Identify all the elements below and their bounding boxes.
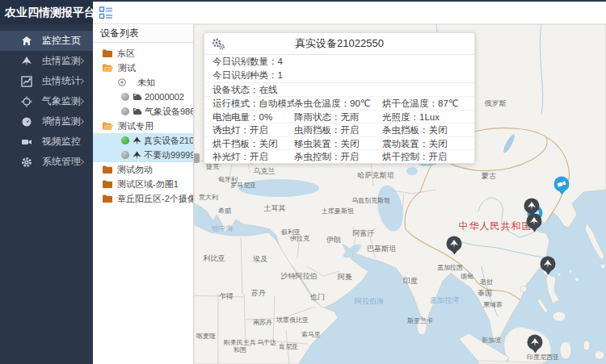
topbar — [93, 0, 606, 24]
map-label-country: 苏丹 — [251, 289, 266, 297]
bug-pin-icon — [531, 338, 540, 347]
map-label-country: 乌克兰 — [254, 167, 276, 175]
tree-device-donottouch-99999999[interactable]: 不要动99999999 — [93, 148, 193, 162]
map-label-country: 乌干达 — [257, 339, 276, 346]
sidebar-item-insect-stats[interactable]: 虫情统计 — [0, 71, 93, 91]
stat-today-count: 今日识别数量：4 — [204, 55, 474, 69]
map-label-country: 印度 — [403, 277, 418, 285]
stat-rain: 降雨状态：无雨 — [294, 111, 382, 123]
target-icon — [118, 78, 126, 86]
map-label-country: 土耳其 — [264, 204, 286, 212]
map-label-country: 索马里 — [301, 331, 321, 338]
app-window: 农业四情测报平台 监控主页 虫情监测 虫情统计 气象监测 — [0, 0, 606, 364]
stat-dry-baffle: 烘干挡板：关闭 — [213, 137, 294, 150]
folder-closed-icon — [103, 195, 112, 203]
folder-open-icon — [103, 64, 113, 72]
tree-label: 章丘阳丘区-2个摄像头 — [117, 193, 194, 205]
tree-folder-test-donottouch[interactable]: 测试勿动 — [93, 162, 193, 177]
stat-device-status: 设备状态：在线 — [204, 82, 474, 96]
map-label-country: 罗马尼亚 — [230, 182, 256, 189]
stat-dry-temp: 烘干仓温度：87℃ — [382, 97, 474, 110]
folder-open-icon — [103, 122, 113, 130]
tree-item-unknown[interactable]: 未知 — [93, 75, 193, 90]
bug-pin[interactable] — [447, 236, 462, 252]
map-label-sea: 孟加拉湾 — [430, 296, 459, 304]
bug-pin[interactable] — [524, 199, 540, 214]
bug-icon — [21, 56, 32, 67]
bug-pin[interactable] — [527, 214, 542, 229]
tree-label: 不要动99999999 — [144, 149, 194, 161]
status-dot-offline — [121, 151, 129, 159]
bug-pin-icon — [530, 217, 539, 226]
camera-pin-icon — [558, 181, 566, 188]
stat-rain-baffle: 虫雨挡板：开启 — [294, 123, 382, 136]
app-title: 农业四情测报平台 — [0, 0, 93, 24]
stat-kill-baffle: 杀虫挡板：关闭 — [382, 123, 474, 136]
map-label-sea: 阿拉伯海 — [355, 297, 384, 305]
sidebar-item-system-admin[interactable]: 系统管理 — [0, 152, 93, 172]
stat-kill-temp: 杀虫仓温度：90℃ — [294, 97, 382, 110]
bug-pin-icon — [450, 240, 459, 249]
device-info-popup: 真实设备21022550 今日识别数量：4 今日识别种类：1 设备状态：在线 运… — [204, 32, 475, 164]
tree-label: 测试 — [118, 62, 136, 74]
map-label-country: 也门 — [310, 293, 325, 301]
sidebar-item-soil-monitor[interactable]: 墒情监测 — [0, 111, 93, 132]
camera-pin[interactable] — [554, 177, 570, 192]
map-label-country: 伊朗 — [326, 236, 341, 244]
stat-kill-control: 杀虫控制：开启 — [294, 150, 382, 163]
stat-shake-device: 震动装置：关闭 — [382, 137, 474, 150]
folder-closed-icon — [103, 180, 112, 188]
sidebar-item-insect-monitor[interactable]: 虫情监测 — [0, 51, 93, 71]
weather-device-icon — [133, 107, 142, 115]
tree-folder-east[interactable]: 东区 — [93, 46, 193, 61]
map-label-country: 缅甸 — [461, 273, 473, 280]
sidebar-item-video-monitor[interactable]: 视频监控 — [0, 132, 93, 152]
map-label-country: 埃及 — [253, 255, 267, 263]
map-label-country: 刚果民主共和国 — [221, 339, 259, 354]
gear-icon — [21, 157, 32, 168]
tree-folder-zhangqiu-cameras[interactable]: 章丘阳丘区-2个摄像头 — [93, 191, 193, 206]
tree-label: 测试区域-勿圈1 — [117, 178, 179, 190]
map-label-country: 喀麦隆 — [196, 333, 216, 340]
folder-closed-icon — [103, 49, 112, 57]
tree-label: 东区 — [117, 48, 135, 60]
tree-folder-test-special[interactable]: 测试专用 — [93, 119, 193, 133]
video-icon — [21, 136, 32, 148]
bug-pin-icon — [544, 260, 553, 269]
device-settings-icon[interactable] — [212, 38, 225, 50]
sidebar-item-monitor-home[interactable]: 监控主页 — [0, 31, 93, 51]
chart-icon — [21, 76, 32, 87]
sidebar-item-label: 墒情监测 — [42, 115, 81, 128]
map-label-country: 孟加拉国 — [437, 264, 463, 271]
sidebar-item-label: 虫情监测 — [42, 54, 81, 68]
bug-pin[interactable] — [528, 335, 543, 350]
bug-pin[interactable] — [541, 257, 556, 272]
map-label-country: 阿曼 — [338, 273, 352, 281]
tree-list-icon[interactable] — [99, 6, 112, 19]
map-label-country: 肯尼亚 — [279, 343, 298, 350]
map-canvas[interactable]: 俄罗斯 蒙古 哈萨克斯坦 捷克 乌克兰 匈牙利 罗马尼亚 意大利 希腊 土耳其 … — [194, 24, 606, 364]
device-list-title: 设备列表 — [93, 24, 193, 43]
sidebar-item-weather-monitor[interactable]: 气象监测 — [0, 91, 93, 111]
tree-label: 未知 — [137, 77, 155, 89]
tree-device-20000002[interactable]: 20000002 — [93, 90, 193, 104]
status-dot-offline — [121, 93, 129, 101]
sidebar-item-label: 监控主页 — [42, 34, 81, 48]
stat-today-species: 今日识别种类：1 — [204, 69, 474, 82]
status-dot-online — [121, 136, 129, 144]
tree-folder-test[interactable]: 测试 — [93, 61, 193, 75]
sidebar-item-label: 系统管理 — [42, 155, 81, 169]
map-label-country: 柬埔寨 — [483, 301, 503, 308]
map-control[interactable] — [194, 153, 200, 163]
map-label-country: 乌兹别克斯坦 — [351, 197, 390, 204]
home-icon — [21, 36, 32, 47]
map-label-country: 南苏丹 — [253, 319, 272, 326]
tree-folder-test-region-1[interactable]: 测试区域-勿圈1 — [93, 177, 193, 191]
tree-device-real-21022550[interactable]: 真实设备21022550 — [93, 133, 193, 148]
map-label-country: 斯里兰卡 — [407, 317, 433, 324]
tree-device-weather-986[interactable]: 气象设备986 — [93, 104, 193, 119]
stat-lux: 光照度：1Lux — [382, 111, 474, 123]
bug-device-icon — [133, 136, 141, 145]
stat-battery: 电池电量：0% — [213, 111, 294, 123]
bug-pin-icon — [528, 202, 537, 211]
